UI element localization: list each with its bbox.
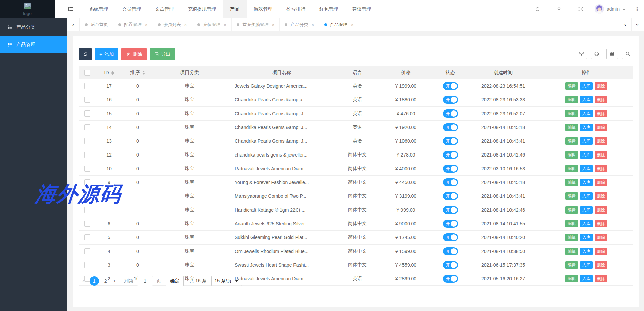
row-checkbox[interactable]	[84, 97, 90, 103]
tab-close-icon[interactable]: ×	[224, 22, 226, 27]
fullscreen-icon[interactable]	[578, 6, 583, 12]
select-all-checkbox[interactable]	[84, 70, 90, 76]
row-checkbox[interactable]	[84, 221, 90, 227]
stock-in-button[interactable]: 入库	[580, 206, 593, 214]
status-toggle[interactable]: 开	[443, 192, 458, 200]
next-page-icon[interactable]: ›	[110, 278, 119, 284]
export-data-icon[interactable]	[606, 49, 618, 59]
delete-button[interactable]: 删除	[595, 248, 607, 255]
stock-in-button[interactable]: 入库	[580, 137, 593, 145]
tabs-scroll-left-icon[interactable]: ‹	[67, 18, 80, 31]
row-checkbox[interactable]	[84, 124, 90, 130]
trash-icon[interactable]	[556, 6, 562, 12]
tab[interactable]: 产品管理×	[319, 18, 359, 31]
export-button[interactable]: 导出	[150, 48, 175, 60]
nav-item[interactable]: 红包管理	[312, 0, 345, 18]
edit-button[interactable]: 编辑	[565, 96, 578, 103]
stock-in-button[interactable]: 入库	[580, 82, 593, 90]
delete-button[interactable]: 删除	[595, 234, 607, 241]
stock-in-button[interactable]: 入库	[580, 275, 593, 282]
status-toggle[interactable]: 开	[443, 206, 458, 214]
page-number[interactable]: 2	[101, 278, 110, 284]
stock-in-button[interactable]: 入库	[580, 110, 593, 117]
stock-in-button[interactable]: 入库	[580, 179, 593, 186]
row-checkbox[interactable]	[84, 166, 90, 172]
sidebar-collapse-icon[interactable]	[67, 6, 73, 12]
edit-button[interactable]: 编辑	[565, 248, 578, 255]
edit-button[interactable]: 编辑	[565, 137, 578, 145]
edit-button[interactable]: 编辑	[565, 192, 578, 200]
tab[interactable]: 配置管理×	[113, 18, 153, 31]
stock-in-button[interactable]: 入库	[580, 124, 593, 131]
nav-item[interactable]: 游戏管理	[247, 0, 279, 18]
edit-button[interactable]: 编辑	[565, 82, 578, 90]
batch-delete-button[interactable]: 删除	[121, 48, 147, 60]
search-icon[interactable]	[622, 49, 633, 59]
tab[interactable]: 会员列表×	[153, 18, 193, 31]
delete-button[interactable]: 删除	[595, 192, 607, 200]
edit-button[interactable]: 编辑	[565, 220, 578, 227]
edit-button[interactable]: 编辑	[565, 165, 578, 172]
stock-in-button[interactable]: 入库	[580, 151, 593, 159]
page-number[interactable]: 1	[90, 276, 99, 286]
delete-button[interactable]: 删除	[595, 261, 607, 269]
refresh-icon[interactable]	[535, 6, 540, 12]
stock-in-button[interactable]: 入库	[580, 165, 593, 172]
tab-close-icon[interactable]: ×	[272, 22, 275, 27]
delete-button[interactable]: 删除	[595, 220, 607, 227]
row-checkbox[interactable]	[84, 248, 90, 254]
status-toggle[interactable]: 开	[443, 178, 458, 186]
tab[interactable]: 首充奖励管理×	[232, 18, 280, 31]
sidebar-item[interactable]: 产品管理	[0, 36, 67, 53]
column-header[interactable]: ID	[96, 66, 122, 79]
status-toggle[interactable]: 开	[443, 220, 458, 228]
confirm-button[interactable]: 确定	[166, 276, 184, 286]
tab-close-icon[interactable]: ×	[184, 22, 187, 27]
edit-button[interactable]: 编辑	[565, 234, 578, 241]
row-checkbox[interactable]	[84, 207, 90, 213]
row-checkbox[interactable]	[84, 234, 90, 240]
column-header[interactable]: 排序	[122, 66, 153, 79]
row-checkbox[interactable]	[84, 83, 90, 89]
prev-page-icon[interactable]: ‹	[79, 278, 88, 284]
tab-close-icon[interactable]: ×	[145, 22, 148, 27]
stock-in-button[interactable]: 入库	[580, 261, 593, 269]
more-options-icon[interactable]: ⋮	[634, 6, 640, 12]
stock-in-button[interactable]: 入库	[580, 220, 593, 227]
row-checkbox[interactable]	[84, 138, 90, 144]
print-icon[interactable]	[591, 49, 602, 59]
status-toggle[interactable]: 开	[443, 109, 458, 118]
edit-button[interactable]: 编辑	[565, 275, 578, 282]
delete-button[interactable]: 删除	[595, 137, 607, 145]
sort-icon[interactable]	[142, 71, 145, 75]
status-toggle[interactable]: 开	[443, 137, 458, 145]
edit-button[interactable]: 编辑	[565, 179, 578, 186]
user-menu[interactable]: admin	[595, 4, 626, 14]
status-toggle[interactable]: 开	[443, 247, 458, 255]
edit-button[interactable]: 编辑	[565, 261, 578, 269]
status-toggle[interactable]: 开	[443, 96, 458, 104]
stock-in-button[interactable]: 入库	[580, 248, 593, 255]
refresh-button[interactable]	[79, 48, 92, 60]
goto-page-input[interactable]	[137, 276, 153, 286]
delete-button[interactable]: 删除	[595, 82, 607, 90]
tab[interactable]: 充值管理×	[192, 18, 232, 31]
stock-in-button[interactable]: 入库	[580, 96, 593, 103]
status-toggle[interactable]: 开	[443, 165, 458, 173]
tab[interactable]: 后台首页	[80, 18, 113, 31]
sidebar-item[interactable]: 产品分类	[0, 18, 67, 36]
nav-item[interactable]: 建议管理	[345, 0, 378, 18]
row-checkbox[interactable]	[84, 193, 90, 199]
tabs-scroll-right-icon[interactable]: ›	[619, 18, 631, 31]
tabs-more-icon[interactable]: ›	[631, 18, 644, 31]
nav-item[interactable]: 盈亏排行	[279, 0, 312, 18]
status-toggle[interactable]: 开	[443, 123, 458, 131]
nav-item[interactable]: 系统管理	[82, 0, 115, 18]
edit-button[interactable]: 编辑	[565, 124, 578, 131]
tab-close-icon[interactable]: ×	[311, 22, 314, 27]
row-checkbox[interactable]	[84, 110, 90, 117]
row-checkbox[interactable]	[84, 179, 90, 185]
delete-button[interactable]: 删除	[595, 275, 607, 282]
edit-button[interactable]: 编辑	[565, 206, 578, 214]
status-toggle[interactable]: 开	[443, 233, 458, 241]
